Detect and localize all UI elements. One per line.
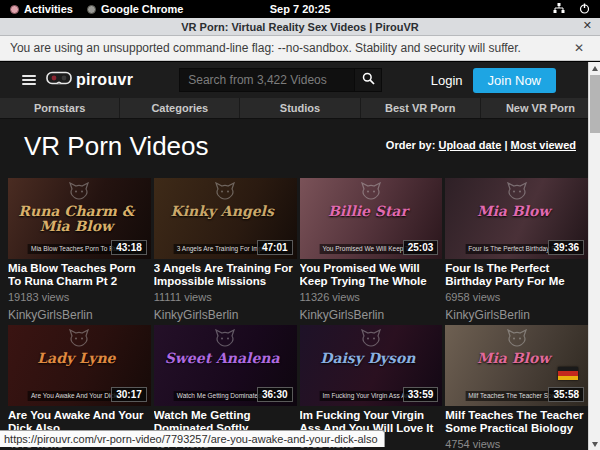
- nav-item-pornstars[interactable]: Pornstars: [0, 98, 119, 118]
- thumbnail-overlay-title: Mia Blow: [445, 351, 582, 366]
- window-close-button[interactable]: ✕: [583, 19, 592, 32]
- duration-badge: 35:58: [548, 387, 584, 402]
- browser-viewport: pirouvr Login Join Now Pornstars Categor…: [0, 62, 600, 450]
- video-thumbnail[interactable]: Sweet Analena Watch Me Getting Dominated…: [154, 325, 297, 406]
- video-studio-link[interactable]: KinkyGirlsBerlin: [8, 308, 151, 322]
- video-card[interactable]: Kinky Angels 3 Angels Are Training For I…: [154, 178, 297, 322]
- activities-button[interactable]: Activities: [10, 3, 73, 15]
- site-header: pirouvr Login Join Now: [0, 62, 600, 98]
- thumbnail-overlay-title: Sweet Analena: [154, 351, 291, 366]
- duration-badge: 36:30: [257, 387, 293, 402]
- page-head: VR Porn Videos Order by: Upload date | M…: [0, 119, 600, 178]
- scrollbar-thumb[interactable]: [590, 75, 600, 133]
- login-link[interactable]: Login: [431, 73, 463, 88]
- video-card[interactable]: Billie Star You Promised We Will Keep Tr…: [300, 178, 443, 322]
- nav-item-best-vr-porn[interactable]: Best VR Porn: [361, 98, 480, 118]
- order-by-upload-date-link[interactable]: Upload date: [438, 139, 501, 151]
- video-thumbnail[interactable]: Mia Blow Milf Teaches The Teacher Some P…: [445, 325, 588, 406]
- thumbnail-overlay-title: Kinky Angels: [154, 204, 291, 219]
- video-thumbnail[interactable]: Runa Charm & Mia Blow Mia Blow Teaches P…: [8, 178, 151, 259]
- duration-badge: 30:17: [111, 387, 147, 402]
- video-views: 11326 views: [300, 291, 443, 303]
- site-logo[interactable]: pirouvr: [46, 71, 133, 89]
- video-thumbnail[interactable]: Billie Star You Promised We Will Keep Tr…: [300, 178, 443, 259]
- thumbnail-overlay-title: Billie Star: [300, 204, 437, 219]
- nav-item-categories[interactable]: Categories: [120, 98, 239, 118]
- video-thumbnail[interactable]: Lady Lyne Are You Awake And Your Dick Al…: [8, 325, 151, 406]
- power-icon[interactable]: [579, 3, 590, 16]
- video-studio-link[interactable]: KinkyGirlsBerlin: [154, 308, 297, 322]
- menu-icon[interactable]: [22, 75, 36, 85]
- studio-watermark-icon: [507, 182, 527, 204]
- scroll-up-arrow[interactable]: [589, 62, 600, 74]
- nav-item-new-vr-porn[interactable]: New VR Porn: [481, 98, 600, 118]
- video-views: 4754 views: [445, 438, 588, 450]
- thumbnail-overlay-title: Mia Blow: [445, 204, 582, 219]
- duration-badge: 33:59: [403, 387, 439, 402]
- studio-watermark-icon: [69, 329, 89, 351]
- thumbnail-overlay-title: Runa Charm & Mia Blow: [8, 204, 145, 234]
- duration-badge: 25:03: [403, 240, 439, 255]
- site-logo-text: pirouvr: [76, 71, 133, 89]
- scroll-down-arrow[interactable]: [589, 438, 600, 450]
- video-title[interactable]: Four Is The Perfect Birthday Party For M…: [445, 262, 588, 287]
- sandbox-warning-infobar: You are using an unsupported command-lin…: [0, 36, 600, 61]
- video-card[interactable]: Runa Charm & Mia Blow Mia Blow Teaches P…: [8, 178, 151, 322]
- activities-label: Activities: [24, 3, 73, 15]
- window-title: VR Porn: Virtual Reality Sex Videos | Pi…: [181, 21, 418, 33]
- chrome-app-icon: [87, 5, 96, 14]
- german-flag-icon: [558, 367, 578, 380]
- video-views: 6958 views: [445, 291, 588, 303]
- studio-watermark-icon: [215, 329, 235, 351]
- duration-badge: 43:18: [111, 240, 147, 255]
- thumbnail-overlay-title: Lady Lyne: [8, 351, 145, 366]
- nav-item-studios[interactable]: Studios: [240, 98, 359, 118]
- video-title[interactable]: You Promised We Will Keep Trying The Who…: [300, 262, 443, 287]
- join-now-button[interactable]: Join Now: [473, 68, 556, 93]
- duration-badge: 39:36: [548, 240, 584, 255]
- infobar-close-button[interactable]: ✕: [574, 41, 584, 55]
- recording-indicator-icon: [10, 5, 19, 14]
- video-views: 11111 views: [154, 291, 297, 303]
- studio-watermark-icon: [507, 329, 527, 351]
- video-studio-link[interactable]: KinkyGirlsBerlin: [445, 308, 588, 322]
- video-studio-link[interactable]: KinkyGirlsBerlin: [300, 308, 443, 322]
- order-by-most-viewed-link[interactable]: Most viewed: [511, 139, 576, 151]
- window-titlebar: VR Porn: Virtual Reality Sex Videos | Pi…: [0, 18, 600, 36]
- app-menu-label: Google Chrome: [101, 3, 184, 15]
- order-by-label: Order by:: [386, 139, 436, 151]
- video-title[interactable]: 3 Angels Are Training For Impossible Mis…: [154, 262, 297, 287]
- video-card[interactable]: Mia Blow Milf Teaches The Teacher Some P…: [445, 325, 588, 450]
- search-icon: [362, 71, 375, 89]
- infobar-message: You are using an unsupported command-lin…: [10, 41, 521, 55]
- studio-watermark-icon: [69, 182, 89, 204]
- studio-watermark-icon: [215, 182, 235, 204]
- video-thumbnail[interactable]: Kinky Angels 3 Angels Are Training For I…: [154, 178, 297, 259]
- duration-badge: 47:01: [257, 240, 293, 255]
- thumbnail-overlay-title: Daisy Dyson: [300, 351, 437, 366]
- network-icon[interactable]: [553, 3, 565, 16]
- page-title: VR Porn Videos: [24, 131, 209, 162]
- search-input[interactable]: [179, 68, 355, 92]
- video-thumbnail[interactable]: Mia Blow Four Is The Perfect Birthday Pa…: [445, 178, 588, 259]
- search-button[interactable]: [355, 68, 382, 92]
- order-by: Order by: Upload date | Most viewed: [386, 139, 576, 151]
- studio-watermark-icon: [361, 182, 381, 204]
- vr-goggles-icon: [46, 71, 72, 89]
- vertical-scrollbar[interactable]: [588, 62, 600, 450]
- status-url-tooltip: https://pirouvr.com/vr-porn-video/779325…: [0, 430, 385, 447]
- gnome-top-bar: Activities Google Chrome Sep 7 20:25: [0, 0, 600, 18]
- search-box: [179, 68, 382, 92]
- video-grid: Runa Charm & Mia Blow Mia Blow Teaches P…: [0, 178, 600, 450]
- clock[interactable]: Sep 7 20:25: [270, 3, 331, 15]
- main-nav: Pornstars Categories Studios Best VR Por…: [0, 98, 600, 119]
- video-title[interactable]: Mia Blow Teaches Porn To Runa Charm Pt 2: [8, 262, 151, 287]
- video-card[interactable]: Mia Blow Four Is The Perfect Birthday Pa…: [445, 178, 588, 322]
- video-title[interactable]: Milf Teaches The Teacher Some Practical …: [445, 409, 588, 434]
- app-menu[interactable]: Google Chrome: [87, 3, 184, 15]
- video-thumbnail[interactable]: Daisy Dyson Im Fucking Your Virgin Ass A…: [300, 325, 443, 406]
- video-views: 19183 views: [8, 291, 151, 303]
- studio-watermark-icon: [361, 329, 381, 351]
